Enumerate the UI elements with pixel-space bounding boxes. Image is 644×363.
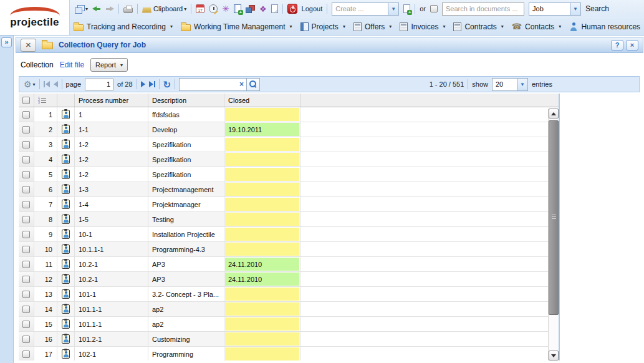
row-checkbox[interactable] bbox=[22, 156, 30, 163]
logout-label[interactable]: Logout bbox=[302, 5, 323, 12]
job-icon[interactable] bbox=[62, 349, 70, 359]
menu-item-tracking-and-recording[interactable]: Tracking and Recording▾ bbox=[74, 22, 173, 31]
row-checkbox[interactable] bbox=[22, 216, 30, 223]
first-page-button[interactable] bbox=[44, 81, 50, 87]
help-button[interactable]: ? bbox=[611, 40, 623, 51]
document-button[interactable] bbox=[271, 4, 278, 13]
edit-file-link[interactable]: Edit file bbox=[60, 60, 84, 69]
clipboard-button[interactable]: Clipboard▾ bbox=[142, 5, 186, 13]
menu-item-contracts[interactable]: Contracts▾ bbox=[453, 22, 503, 31]
menu-item-projects[interactable]: Projects▾ bbox=[300, 22, 345, 31]
closed-empty-value bbox=[225, 108, 299, 121]
job-icon[interactable] bbox=[62, 170, 70, 179]
search-scope-checkbox[interactable] bbox=[430, 5, 438, 12]
logo-text: projectile bbox=[10, 16, 59, 29]
scroll-up-button[interactable] bbox=[549, 109, 559, 119]
print-button[interactable] bbox=[123, 7, 133, 13]
job-icon[interactable] bbox=[62, 319, 70, 329]
page-number-input[interactable] bbox=[85, 79, 113, 90]
job-icon[interactable] bbox=[62, 215, 70, 224]
close-panel-button[interactable]: × bbox=[626, 40, 638, 51]
settings-button[interactable]: ⚙▾ bbox=[24, 80, 36, 89]
apply-filter-button[interactable] bbox=[246, 79, 259, 90]
time-tracking-button[interactable] bbox=[209, 4, 218, 13]
forward-button[interactable] bbox=[105, 4, 114, 13]
modules-button[interactable] bbox=[246, 5, 255, 13]
last-page-button[interactable] bbox=[149, 81, 155, 87]
job-icon[interactable] bbox=[62, 334, 70, 344]
menu-item-working-time-management[interactable]: Working Time Management▾ bbox=[181, 22, 292, 31]
menu-item-invoices[interactable]: Invoices▾ bbox=[400, 22, 445, 31]
header-process-number[interactable]: Process number bbox=[75, 94, 148, 107]
job-icon[interactable] bbox=[62, 304, 70, 314]
menu-item-human-resources[interactable]: Human resources▾ bbox=[569, 22, 644, 31]
row-checkbox[interactable] bbox=[22, 276, 30, 283]
job-icon[interactable] bbox=[62, 259, 70, 269]
folder-icon[interactable] bbox=[42, 42, 53, 49]
report-button[interactable]: Report▾ bbox=[90, 58, 128, 72]
row-checkbox[interactable] bbox=[22, 246, 30, 253]
header-select-all[interactable] bbox=[19, 94, 34, 107]
logout-icon[interactable] bbox=[287, 4, 297, 14]
row-checkbox[interactable] bbox=[22, 351, 30, 358]
sidebar-expand-button[interactable]: » bbox=[1, 37, 12, 47]
new-entry-button[interactable] bbox=[234, 4, 241, 13]
cell-closed bbox=[224, 287, 300, 301]
back-button[interactable] bbox=[92, 4, 101, 13]
job-icon[interactable] bbox=[62, 125, 70, 134]
cell-process-number: 1-2 bbox=[75, 152, 148, 167]
calendar-button[interactable] bbox=[196, 4, 204, 13]
refresh-button[interactable]: ↻ bbox=[163, 80, 171, 89]
search-button[interactable]: Search bbox=[585, 4, 609, 13]
scroll-down-button[interactable] bbox=[549, 351, 559, 361]
job-icon[interactable] bbox=[62, 200, 70, 209]
filter-input[interactable] bbox=[180, 79, 237, 90]
row-checkbox[interactable] bbox=[22, 141, 30, 148]
page-size-select[interactable]: 20▼ bbox=[492, 78, 528, 91]
job-icon[interactable] bbox=[62, 274, 70, 284]
cell-closed bbox=[224, 197, 300, 211]
row-checkbox[interactable] bbox=[22, 306, 30, 313]
header-row-number[interactable] bbox=[34, 94, 57, 107]
row-checkbox[interactable] bbox=[22, 201, 30, 208]
window-layers-button[interactable]: ▾ bbox=[75, 5, 88, 13]
row-filler bbox=[300, 152, 559, 167]
job-icon[interactable] bbox=[62, 155, 70, 164]
header-closed[interactable]: Closed bbox=[224, 94, 300, 107]
row-checkbox-cell bbox=[19, 122, 34, 137]
row-checkbox[interactable] bbox=[22, 186, 30, 193]
job-icon[interactable] bbox=[62, 289, 70, 299]
pinwheel-button[interactable]: ✳ bbox=[222, 4, 229, 13]
header-description[interactable]: Description bbox=[148, 94, 224, 107]
close-tab-button[interactable]: × bbox=[21, 39, 36, 52]
clear-filter-button[interactable]: × bbox=[237, 80, 246, 89]
document-search-input[interactable] bbox=[442, 2, 524, 16]
menu-item-contacts[interactable]: ☎Contacts▾ bbox=[512, 22, 562, 31]
job-icon[interactable] bbox=[62, 185, 70, 194]
row-checkbox[interactable] bbox=[22, 126, 30, 133]
header-filler bbox=[300, 94, 559, 107]
job-icon[interactable] bbox=[62, 140, 70, 149]
row-checkbox[interactable] bbox=[22, 291, 30, 298]
cell-process-number: 101.2-1 bbox=[75, 332, 148, 346]
row-checkbox[interactable] bbox=[22, 231, 30, 238]
show-label: show bbox=[472, 80, 488, 88]
next-page-button[interactable] bbox=[141, 81, 145, 87]
network-button[interactable]: ❖ bbox=[259, 5, 267, 13]
row-checkbox[interactable] bbox=[22, 321, 30, 328]
row-checkbox[interactable] bbox=[22, 336, 30, 343]
doc-type-select[interactable]: Job▼ bbox=[529, 2, 581, 16]
previous-page-button[interactable] bbox=[54, 81, 58, 87]
job-icon[interactable] bbox=[62, 244, 70, 254]
row-checkbox[interactable] bbox=[22, 171, 30, 178]
vertical-scrollbar[interactable] bbox=[548, 109, 559, 361]
new-document-button[interactable] bbox=[403, 4, 410, 13]
select-all-checkbox[interactable] bbox=[22, 97, 30, 104]
create-select[interactable]: Create ...▼ bbox=[332, 2, 399, 16]
menu-item-offers[interactable]: Offers▾ bbox=[353, 22, 392, 31]
scrollbar-thumb[interactable] bbox=[549, 120, 559, 315]
job-icon[interactable] bbox=[62, 110, 70, 119]
job-icon[interactable] bbox=[62, 230, 70, 239]
row-checkbox[interactable] bbox=[22, 261, 30, 268]
row-checkbox[interactable] bbox=[22, 111, 30, 119]
